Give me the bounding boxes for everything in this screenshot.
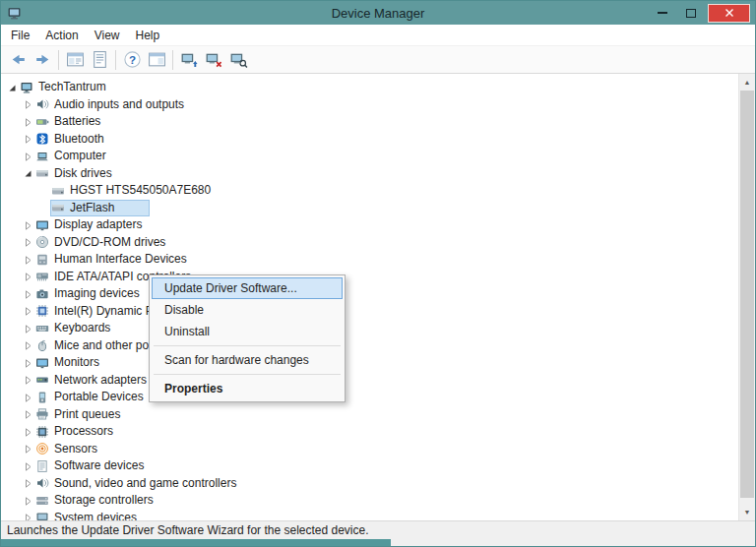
console-tree-icon[interactable]	[63, 48, 87, 72]
expand-arrow-icon[interactable]	[21, 392, 34, 403]
tree-item-monitors[interactable]: Monitors	[1, 354, 738, 372]
tree-item-batteries[interactable]: Batteries	[1, 113, 738, 131]
tree-item-content: Keyboards	[34, 320, 112, 336]
tree-item-content: Portable Devices	[34, 389, 146, 405]
selected-tree-item-content: JetFlash	[50, 200, 150, 216]
expand-arrow-icon[interactable]	[21, 443, 34, 455]
hid-icon	[35, 253, 49, 267]
tree-item-content: Monitors	[34, 354, 101, 371]
tree-item-content: Audio inputs and outputs	[34, 96, 186, 113]
tree-item-content: Human Interface Devices	[34, 251, 189, 268]
scrollbar-thumb[interactable]	[740, 91, 754, 498]
tree-item-content: DVD/CD-ROM drives	[34, 234, 167, 251]
expand-arrow-icon[interactable]	[21, 512, 34, 520]
expand-arrow-icon[interactable]	[21, 151, 34, 162]
menu-file[interactable]: File	[3, 25, 37, 46]
tree-item-processors[interactable]: Processors	[1, 423, 738, 441]
expand-arrow-icon[interactable]	[21, 477, 34, 489]
tree-item-network-adapters[interactable]: Network adapters	[1, 372, 738, 390]
tree-item-bluetooth[interactable]: Bluetooth	[1, 131, 738, 149]
expand-arrow-icon[interactable]	[21, 408, 34, 420]
expand-arrow-icon[interactable]	[21, 426, 34, 438]
minimize-button[interactable]	[648, 1, 676, 25]
menu-view[interactable]: View	[87, 25, 128, 46]
expand-arrow-icon[interactable]	[21, 323, 34, 334]
tree-item-ide-ata-atapi-controllers[interactable]: IDE ATA/ATAPI controllers	[1, 269, 738, 286]
expand-arrow-icon[interactable]	[21, 254, 34, 266]
context-menu-item-update-driver-software[interactable]: Update Driver Software...	[152, 277, 343, 299]
collapse-arrow-icon[interactable]	[21, 167, 34, 179]
uninstall-icon[interactable]	[202, 48, 225, 72]
close-button[interactable]	[708, 4, 750, 23]
audio-icon	[35, 97, 49, 111]
action-pane-icon[interactable]	[145, 48, 168, 72]
back-icon[interactable]	[6, 48, 30, 72]
tree-item-disk-drives[interactable]: Disk drives	[1, 165, 738, 183]
expand-arrow-icon[interactable]	[21, 339, 34, 351]
toolbar: ?	[1, 46, 755, 74]
tree-item-system-devices[interactable]: System devices	[1, 510, 738, 521]
title-bar[interactable]: Device Manager	[1, 1, 755, 25]
expand-arrow-icon[interactable]	[21, 98, 34, 110]
tree-item-mice-and-other-pointing-devices[interactable]: Mice and other pointing devices	[1, 337, 738, 355]
expand-arrow-icon[interactable]	[21, 271, 34, 282]
device-manager-window: Device Manager FileActionViewHelp ? Tech…	[0, 0, 756, 547]
expand-arrow-icon[interactable]	[21, 116, 34, 128]
disk-icon	[51, 184, 65, 198]
tree-item-display-adapters[interactable]: Display adapters	[1, 216, 738, 234]
scroll-down-button[interactable]: ▼	[739, 504, 755, 520]
ide-icon	[35, 270, 49, 283]
tree-item-jetflash[interactable]: JetFlash	[1, 200, 738, 217]
tree-item-audio-inputs-and-outputs[interactable]: Audio inputs and outputs	[1, 96, 738, 114]
tree-item-print-queues[interactable]: Print queues	[1, 406, 738, 424]
expand-arrow-icon[interactable]	[21, 236, 34, 248]
scan-hardware-icon[interactable]	[226, 48, 250, 72]
tree-item-sound-video-and-game-controllers[interactable]: Sound, video and game controllers	[1, 475, 738, 493]
tree-item-keyboards[interactable]: Keyboards	[1, 320, 738, 337]
collapse-arrow-icon[interactable]	[5, 82, 19, 93]
scroll-up-button[interactable]: ▲	[739, 74, 755, 91]
context-menu-item-disable[interactable]: Disable	[152, 299, 343, 321]
window-controls	[648, 1, 755, 25]
portable-icon	[35, 391, 49, 404]
expand-arrow-icon[interactable]	[21, 305, 34, 317]
system-icon	[35, 511, 49, 520]
menu-action[interactable]: Action	[37, 25, 86, 46]
tree-item-intel-r-dynamic-platform[interactable]: Intel(R) Dynamic Platform	[1, 303, 738, 321]
tree-item-software-devices[interactable]: Software devices	[1, 457, 738, 475]
tree-item-imaging-devices[interactable]: Imaging devices	[1, 285, 738, 303]
maximize-button[interactable]	[676, 1, 705, 25]
expand-arrow-icon[interactable]	[21, 357, 34, 369]
expand-arrow-icon[interactable]	[21, 495, 34, 507]
properties-icon[interactable]	[88, 48, 111, 72]
tree-item-content: Print queues	[34, 406, 122, 423]
context-menu-item-scan-for-hardware-changes[interactable]: Scan for hardware changes	[152, 349, 343, 371]
help-icon[interactable]: ?	[120, 48, 144, 72]
context-menu-item-uninstall[interactable]: Uninstall	[152, 321, 343, 342]
maximize-icon	[686, 9, 696, 18]
expand-arrow-icon[interactable]	[21, 374, 34, 386]
tree-item-hgst-hts545050a7e680[interactable]: HGST HTS545050A7E680	[1, 182, 738, 200]
monitor-icon	[35, 356, 49, 370]
tree-item-storage-controllers[interactable]: Storage controllers	[1, 492, 738, 510]
expand-arrow-icon[interactable]	[21, 288, 34, 300]
update-driver-icon[interactable]	[177, 48, 201, 72]
expand-arrow-icon[interactable]	[21, 133, 34, 145]
menu-help[interactable]: Help	[128, 25, 168, 46]
tree-item-label: Print queues	[54, 406, 120, 423]
vertical-scrollbar[interactable]: ▲ ▼	[738, 74, 755, 520]
expand-arrow-icon[interactable]	[21, 219, 34, 231]
tree-item-techtantrum[interactable]: TechTantrum	[1, 79, 738, 96]
close-icon	[724, 7, 735, 19]
context-menu-item-properties[interactable]: Properties	[152, 378, 343, 399]
tree-item-label: Sound, video and game controllers	[54, 475, 236, 492]
tree-item-portable-devices[interactable]: Portable Devices	[1, 389, 738, 406]
tree-item-content: HGST HTS545050A7E680	[50, 182, 213, 199]
forward-icon[interactable]	[31, 48, 54, 72]
expand-arrow-icon[interactable]	[21, 460, 34, 472]
tree-item-computer[interactable]: Computer	[1, 148, 738, 165]
tree-item-human-interface-devices[interactable]: Human Interface Devices	[1, 251, 738, 269]
bluetooth-icon	[35, 132, 49, 146]
tree-item-sensors[interactable]: Sensors	[1, 441, 738, 458]
tree-item-dvd-cd-rom-drives[interactable]: DVD/CD-ROM drives	[1, 234, 738, 252]
